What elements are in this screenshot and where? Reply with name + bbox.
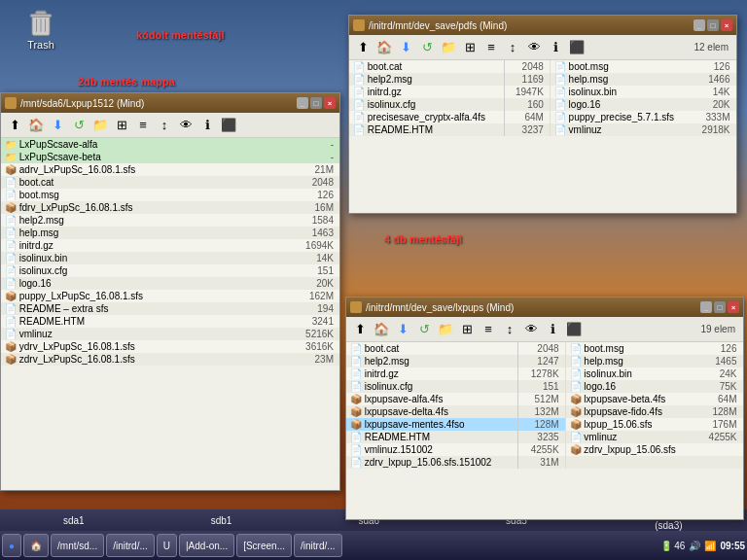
list-item[interactable]: 📁 LxPupScsave-beta- — [1, 151, 339, 163]
new-folder-btn-2[interactable]: 📁 — [439, 38, 458, 57]
partition-sdb1[interactable]: sdb1 — [211, 515, 232, 526]
list-item[interactable]: 📄 vmlinuz.1510024255K📦 zdrv_lxpup_15.06.… — [346, 443, 743, 456]
sort-btn-3[interactable]: ↕ — [500, 320, 519, 339]
list-item[interactable]: 📄 boot.cat2048 — [1, 176, 339, 189]
list-item[interactable]: 📄 README.HTM3237📄 vmlinuz2918K — [349, 123, 736, 136]
list-item[interactable]: 📦 ydrv_LxPupSc_16.08.1.sfs3616K — [1, 340, 339, 353]
list-item[interactable]: 📄 README.HTM3235📄 vmlinuz4255K — [346, 431, 743, 443]
new-folder-btn-1[interactable]: 📁 — [90, 116, 110, 135]
nav-up-btn-1[interactable]: ⬆ — [5, 116, 24, 135]
minimize-btn-3[interactable]: _ — [700, 301, 712, 313]
list-item[interactable]: 📦 lxpupsave-alfa.4fs512M📦 lxpupsave-beta… — [346, 393, 743, 405]
list-item[interactable]: 📄 boot.cat2048📄 boot.msg126 — [346, 342, 743, 355]
file-name-cell: 📄 boot.msg — [1, 189, 267, 201]
maximize-btn-1[interactable]: □ — [310, 97, 322, 109]
view-btn-1[interactable]: ⊞ — [112, 116, 131, 135]
nav-back-btn-2[interactable]: ⬇ — [396, 38, 415, 57]
titlebar-3[interactable]: /initrd/mnt/dev_save/lxpups (Mind) _ □ × — [346, 298, 743, 317]
taskbar-app-initrd2[interactable]: /initrd/... — [294, 534, 342, 557]
taskbar-app-mnt[interactable]: /mnt/sd... — [51, 534, 104, 557]
list-item[interactable]: 📄 logo.1620K — [1, 277, 339, 290]
taskbar-app-u[interactable]: U — [157, 534, 177, 557]
list-item[interactable]: 📄 vmlinuz5216K — [1, 328, 339, 340]
terminal-btn-2[interactable]: ⬛ — [567, 38, 587, 57]
list-item[interactable]: 📄 isolinux.cfg151📄 logo.1675K — [346, 380, 743, 393]
sort-btn-1[interactable]: ↕ — [155, 116, 174, 135]
view-list-btn-3[interactable]: ≡ — [479, 320, 498, 339]
close-btn-1[interactable]: × — [324, 97, 336, 109]
close-btn-3[interactable]: × — [728, 301, 739, 313]
info-btn-2[interactable]: ℹ — [546, 38, 565, 57]
list-item[interactable]: 📦 fdrv_LxPupSc_16.08.1.sfs16M — [1, 201, 339, 214]
taskbar-app-2[interactable]: 🏠 — [23, 534, 49, 557]
trash-icon[interactable]: Trash — [12, 4, 70, 51]
list-item[interactable]: 📄 help2.msg1247📄 help.msg1465 — [346, 355, 743, 368]
nav-back-btn-1[interactable]: ⬇ — [48, 116, 67, 135]
list-item[interactable]: 📄 help.msg1463 — [1, 227, 339, 239]
file-name-cell: 📄 boot.cat — [1, 176, 267, 189]
view-btn-3[interactable]: ⊞ — [457, 320, 477, 339]
nav-back-btn-3[interactable]: ⬇ — [393, 320, 412, 339]
minimize-btn-2[interactable]: _ — [694, 19, 705, 31]
titlebar-1[interactable]: /mnt/sda6/Lxpup1512 (Mind) _ □ × — [1, 93, 339, 113]
file-name-cell: 📄 README – extra sfs — [1, 302, 267, 315]
list-item[interactable]: 📁 LxPupScsave-alfa- — [1, 138, 339, 151]
file-table-1: 📁 LxPupScsave-alfa-📁 LxPupScsave-beta-📦 … — [1, 138, 339, 366]
list-item[interactable]: 📄 initrd.gz1278K📄 isolinux.bin24K — [346, 368, 743, 380]
list-item[interactable]: 📄 help2.msg1169📄 help.msg1466 — [349, 73, 736, 86]
list-item[interactable]: 📄 boot.cat2048📄 boot.msg126 — [349, 60, 736, 73]
view-list-btn-2[interactable]: ≡ — [481, 38, 501, 57]
list-item[interactable]: 📄 zdrv_lxpup_15.06.sfs.15100231M — [346, 456, 743, 469]
list-item[interactable]: 📄 help2.msg1584 — [1, 214, 339, 227]
nav-up-btn-2[interactable]: ⬆ — [353, 38, 373, 57]
taskbar-app-addon[interactable]: |Add-on... — [179, 534, 234, 557]
nav-refresh-btn-2[interactable]: ↺ — [417, 38, 437, 57]
list-item[interactable]: 📄 initrd.gz1694K — [1, 239, 339, 252]
file-size-cell: 3616K — [267, 340, 339, 353]
list-item[interactable]: 📄 isolinux.cfg160📄 logo.1620K — [349, 98, 736, 111]
list-item[interactable]: 📄 isolinux.cfg151 — [1, 264, 339, 277]
list-item[interactable]: 📄 isolinux.bin14K — [1, 252, 339, 264]
terminal-btn-1[interactable]: ⬛ — [219, 116, 238, 135]
hidden-btn-1[interactable]: 👁 — [176, 116, 196, 135]
list-item[interactable]: 📦 lxpupsave-mentes.4fso128M📦 lxpup_15.06… — [346, 418, 743, 431]
list-item[interactable]: 📄 precisesave_cryptx-alfa.4fs64M📄 puppy_… — [349, 111, 736, 123]
hidden-btn-3[interactable]: 👁 — [521, 320, 541, 339]
list-item[interactable]: 📄 boot.msg126 — [1, 189, 339, 201]
list-item[interactable]: 📄 README.HTM3241 — [1, 315, 339, 328]
hidden-btn-2[interactable]: 👁 — [524, 38, 544, 57]
titlebar-2[interactable]: /initrd/mnt/dev_save/pdfs (Mind) _ □ × — [349, 16, 736, 35]
list-item[interactable]: 📄 README – extra sfs194 — [1, 302, 339, 315]
taskbar-app-1[interactable]: ● — [2, 534, 21, 557]
new-folder-btn-3[interactable]: 📁 — [436, 320, 455, 339]
file-list-1[interactable]: 📁 LxPupScsave-alfa-📁 LxPupScsave-beta-📦 … — [1, 138, 339, 490]
list-item[interactable]: 📦 zdrv_LxPupSc_16.08.1.sfs23M — [1, 353, 339, 366]
nav-home-btn-2[interactable]: 🏠 — [374, 38, 394, 57]
nav-home-btn-3[interactable]: 🏠 — [372, 320, 391, 339]
file-name-cell: 📦 ydrv_LxPupSc_16.08.1.sfs — [1, 340, 267, 353]
nav-up-btn-3[interactable]: ⬆ — [350, 320, 370, 339]
list-item[interactable]: 📦 lxpupsave-delta.4fs132M📦 lxpupsave-fid… — [346, 405, 743, 418]
maximize-btn-2[interactable]: □ — [707, 19, 719, 31]
close-btn-2[interactable]: × — [721, 19, 732, 31]
nav-refresh-btn-3[interactable]: ↺ — [414, 320, 434, 339]
title-icon-3 — [350, 301, 362, 313]
list-item[interactable]: 📦 puppy_LxPupSc_16.08.1.sfs162M — [1, 290, 339, 302]
file-list-2[interactable]: 📄 boot.cat2048📄 boot.msg126📄 help2.msg11… — [349, 60, 736, 213]
info-btn-3[interactable]: ℹ — [543, 320, 562, 339]
maximize-btn-3[interactable]: □ — [714, 301, 726, 313]
partition-sda1[interactable]: sda1 — [63, 515, 85, 526]
nav-home-btn-1[interactable]: 🏠 — [26, 116, 46, 135]
view-btn-2[interactable]: ⊞ — [460, 38, 480, 57]
terminal-btn-3[interactable]: ⬛ — [564, 320, 584, 339]
view-list-btn-1[interactable]: ≡ — [133, 116, 153, 135]
taskbar-app-initrd[interactable]: /initrd/... — [106, 534, 155, 557]
taskbar-app-screen[interactable]: [Screen... — [236, 534, 292, 557]
info-btn-1[interactable]: ℹ — [197, 116, 217, 135]
file-list-3[interactable]: 📄 boot.cat2048📄 boot.msg126📄 help2.msg12… — [346, 342, 743, 519]
list-item[interactable]: 📦 adrv_LxPupSc_16.08.1.sfs21M — [1, 163, 339, 176]
sort-btn-2[interactable]: ↕ — [503, 38, 522, 57]
nav-refresh-btn-1[interactable]: ↺ — [69, 116, 89, 135]
list-item[interactable]: 📄 initrd.gz1947K📄 isolinux.bin14K — [349, 86, 736, 98]
minimize-btn-1[interactable]: _ — [297, 97, 308, 109]
